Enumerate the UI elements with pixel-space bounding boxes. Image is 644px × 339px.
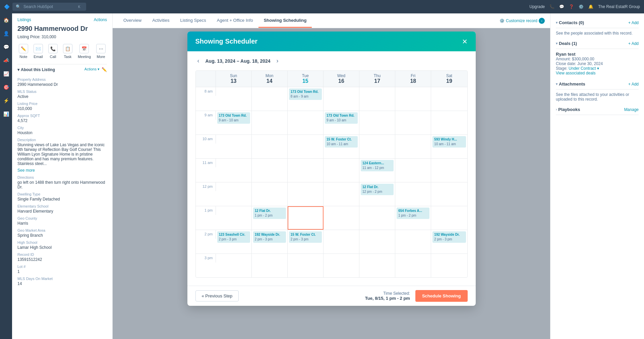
cell-tue-3pm[interactable] <box>288 254 324 277</box>
event-wed-10am[interactable]: 15 W. Foster Ct. 10 am - 11 am <box>325 136 358 148</box>
event-mon-1pm[interactable]: 12 Flat Dr. 1 pm - 2 pm <box>253 208 286 219</box>
cell-mon-10am[interactable] <box>252 135 288 158</box>
cell-mon-3pm[interactable] <box>252 254 288 277</box>
cell-tue-11am[interactable] <box>288 159 324 182</box>
cell-sat-12pm[interactable] <box>431 182 467 206</box>
cell-mon-12pm[interactable] <box>252 182 288 206</box>
cell-tue-12pm[interactable] <box>288 182 324 206</box>
automation-icon[interactable]: ⚡ <box>2 97 10 105</box>
deals-add-button[interactable]: + Add <box>628 41 639 46</box>
customize-record-button[interactable]: ⚙️ Customize record › <box>500 18 545 24</box>
attachments-add-button[interactable]: + Add <box>628 82 639 87</box>
event-tue-8am[interactable]: 173 Old Town Rd. 8 am - 9 am <box>289 89 322 100</box>
cell-fri-12pm[interactable] <box>395 182 431 206</box>
search-input[interactable] <box>23 4 74 9</box>
cell-sun-10am[interactable] <box>216 135 252 158</box>
call-action[interactable]: 📞 Call <box>48 44 58 59</box>
note-action[interactable]: ✏️ Note <box>19 44 28 59</box>
cell-mon-2pm[interactable]: 192 Wayside Dr. 2 pm - 3 pm <box>252 230 288 253</box>
event-thu-11am[interactable]: 124 Eastern... 11 am - 12 pm <box>361 160 394 171</box>
cell-tue-1pm-selected[interactable] <box>288 206 324 230</box>
previous-step-button[interactable]: « Previous Step <box>195 290 239 301</box>
settings-icon[interactable]: ⚙️ <box>579 4 584 9</box>
cell-thu-10am[interactable] <box>359 135 395 158</box>
tab-showing-scheduling[interactable]: Showing Scheduling <box>258 14 312 28</box>
help-icon[interactable]: ❓ <box>569 4 574 9</box>
cell-wed-8am[interactable] <box>324 87 359 111</box>
cell-sat-3pm[interactable] <box>431 254 467 277</box>
view-associated-deals-link[interactable]: View associated deals <box>556 71 639 75</box>
event-sun-2pm[interactable]: 123 Seashell Cir. 2 pm - 3 pm <box>217 231 250 243</box>
cell-thu-9am[interactable] <box>359 111 395 134</box>
cell-wed-3pm[interactable] <box>324 254 359 277</box>
email-action[interactable]: ✉️ Email <box>34 44 43 59</box>
chat-icon[interactable]: 💬 <box>559 4 564 9</box>
cell-sun-3pm[interactable] <box>216 254 252 277</box>
search-bar[interactable]: 🔍 K <box>12 3 86 11</box>
cell-mon-1pm[interactable]: 12 Flat Dr. 1 pm - 2 pm <box>252 206 288 230</box>
cell-wed-9am[interactable]: 173 Old Town Rd. 9 am - 10 am <box>324 111 359 134</box>
more-action[interactable]: ⋯ More <box>96 44 106 59</box>
cell-tue-8am[interactable]: 173 Old Town Rd. 8 am - 9 am <box>288 87 324 111</box>
cell-sat-9am[interactable] <box>431 111 467 134</box>
sales-icon[interactable]: 📈 <box>2 70 10 78</box>
tab-activities[interactable]: Activities <box>147 14 175 28</box>
event-sat-10am[interactable]: 593 Windy H... 10 am - 11 am <box>432 136 466 148</box>
cell-tue-9am[interactable] <box>288 111 324 134</box>
tab-agent-office[interactable]: Agent + Office Info <box>212 14 258 28</box>
breadcrumb-listings[interactable]: Listings <box>17 17 31 22</box>
cell-thu-8am[interactable] <box>359 87 395 111</box>
event-thu-12pm[interactable]: 12 Flat Dr. 12 pm - 2 pm <box>361 184 394 195</box>
cell-thu-11am[interactable]: 124 Eastern... 11 am - 12 pm <box>359 159 395 182</box>
phone-icon[interactable]: 📞 <box>549 4 554 9</box>
reports-icon[interactable]: 📊 <box>2 110 10 118</box>
schedule-showing-button[interactable]: Schedule Showing <box>415 290 468 302</box>
modal-close-button[interactable]: ✕ <box>462 38 468 45</box>
see-more-link[interactable]: See more <box>17 168 107 173</box>
cell-sun-1pm[interactable] <box>216 206 252 230</box>
cell-tue-2pm[interactable]: 15 W. Foster Ct. 2 pm - 3 pm <box>288 230 324 253</box>
cell-mon-8am[interactable] <box>252 87 288 111</box>
playbooks-collapse-icon[interactable]: › <box>556 108 557 111</box>
event-tue-2pm[interactable]: 15 W. Foster Ct. 2 pm - 3 pm <box>289 231 322 243</box>
cell-thu-12pm[interactable]: 12 Flat Dr. 12 pm - 2 pm <box>359 182 395 206</box>
cell-thu-2pm[interactable] <box>359 230 395 253</box>
cell-sat-10am[interactable]: 593 Windy H... 10 am - 11 am <box>431 135 467 158</box>
cell-sun-9am[interactable]: 173 Old Town Rd. 9 am - 10 am <box>216 111 252 134</box>
cell-fri-3pm[interactable] <box>395 254 431 277</box>
task-action[interactable]: 📋 Task <box>63 44 72 59</box>
meeting-action[interactable]: 📅 Meeting <box>78 44 91 59</box>
cell-sat-2pm[interactable]: 192 Wayside Dr. 2 pm - 3 pm <box>431 230 467 253</box>
stage-dropdown-icon[interactable]: ▾ <box>597 66 599 71</box>
actions-dropdown[interactable]: Actions <box>94 17 107 22</box>
cell-sun-8am[interactable] <box>216 87 252 111</box>
contacts-icon[interactable]: 👤 <box>2 30 10 38</box>
conversations-icon[interactable]: 💬 <box>2 43 10 51</box>
event-wed-9am[interactable]: 173 Old Town Rd. 9 am - 10 am <box>325 112 358 124</box>
prev-week-button[interactable]: ‹ <box>195 57 201 65</box>
about-actions-button[interactable]: Actions ▾ <box>84 67 100 72</box>
contacts-collapse-icon[interactable]: ▾ <box>556 21 558 24</box>
event-sun-9am[interactable]: 173 Old Town Rd. 9 am - 10 am <box>217 112 250 124</box>
cell-wed-2pm[interactable] <box>324 230 359 253</box>
attachments-collapse-icon[interactable]: ▾ <box>556 82 558 86</box>
cell-sun-12pm[interactable] <box>216 182 252 206</box>
cell-sat-11am[interactable] <box>431 159 467 182</box>
event-sat-2pm[interactable]: 192 Wayside Dr. 2 pm - 3 pm <box>432 231 466 243</box>
cell-fri-2pm[interactable] <box>395 230 431 253</box>
next-week-button[interactable]: › <box>275 57 281 65</box>
cell-tue-10am[interactable] <box>288 135 324 158</box>
cell-wed-1pm[interactable] <box>324 206 359 230</box>
deal-name[interactable]: Ryan test <box>556 52 639 57</box>
home-icon[interactable]: 🏠 <box>2 16 10 24</box>
service-icon[interactable]: 🎯 <box>2 83 10 91</box>
cell-mon-11am[interactable] <box>252 159 288 182</box>
tab-listing-specs[interactable]: Listing Specs <box>175 14 211 28</box>
cell-wed-11am[interactable] <box>324 159 359 182</box>
cell-sun-11am[interactable] <box>216 159 252 182</box>
marketing-icon[interactable]: 📣 <box>2 56 10 64</box>
cell-fri-10am[interactable] <box>395 135 431 158</box>
playbooks-manage-button[interactable]: Manage <box>624 107 639 112</box>
event-mon-2pm[interactable]: 192 Wayside Dr. 2 pm - 3 pm <box>253 231 286 243</box>
cell-sat-8am[interactable] <box>431 87 467 111</box>
